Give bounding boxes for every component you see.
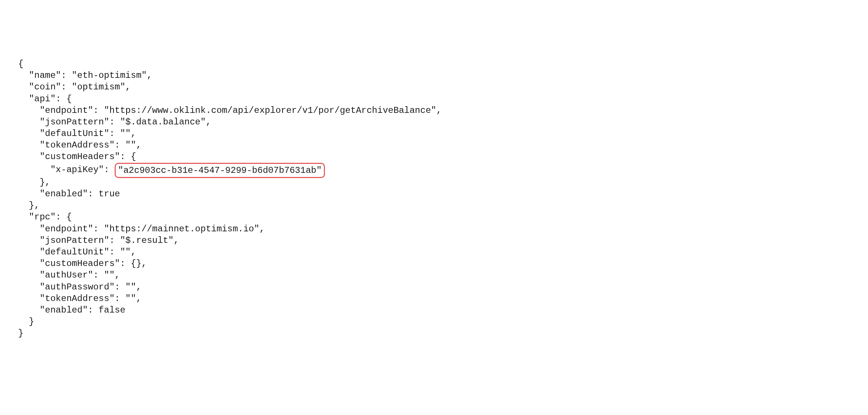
line-rpc-customheaders-suffix: ,	[141, 259, 147, 269]
line-api-jsonpattern-key: "jsonPattern":	[7, 117, 120, 127]
line-rpc-close: }	[7, 317, 34, 327]
line-rpc-tokenaddress-key: "tokenAddress":	[7, 294, 125, 304]
line-rpc-defaultunit-suffix: ,	[131, 247, 136, 257]
line-apikey-key: "x-apiKey":	[7, 165, 109, 175]
line-api-tokenaddress-val: ""	[125, 140, 136, 150]
line-rpc-customheaders-val: {}	[131, 259, 141, 269]
line-coin-suffix: ,	[125, 82, 131, 92]
line-rpc-authuser-val: ""	[104, 270, 115, 280]
line-api-jsonpattern-suffix: ,	[206, 117, 211, 127]
line-rpc-customheaders-key: "customHeaders":	[7, 259, 131, 269]
line-rpc-authpassword-key: "authPassword":	[7, 282, 125, 292]
line-api-open: "api": {	[7, 94, 72, 104]
line-api-defaultunit-key: "defaultUnit":	[7, 129, 120, 139]
line-rpc-enabled-val: false	[99, 305, 125, 315]
line-api-customheaders-open: "customHeaders": {	[7, 152, 136, 162]
line-brace-open: {	[18, 59, 23, 69]
line-rpc-enabled-key: "enabled":	[7, 305, 99, 315]
line-rpc-tokenaddress-val: ""	[125, 294, 136, 304]
json-code-block: { "name": "eth-optimism", "coin": "optim…	[0, 47, 868, 339]
line-rpc-authuser-key: "authUser":	[7, 270, 104, 280]
line-rpc-defaultunit-val: ""	[120, 247, 131, 257]
line-rpc-authpassword-val: ""	[125, 282, 136, 292]
line-api-endpoint-suffix: ,	[436, 105, 441, 115]
line-api-tokenaddress-key: "tokenAddress":	[7, 140, 125, 150]
line-rpc-jsonpattern-suffix: ,	[173, 235, 179, 245]
line-rpc-open: "rpc": {	[7, 212, 72, 222]
line-rpc-authpassword-suffix: ,	[136, 282, 141, 292]
line-name-val: "eth-optimism"	[72, 70, 147, 80]
line-rpc-endpoint-key: "endpoint":	[7, 224, 104, 234]
line-api-endpoint-key: "endpoint":	[7, 105, 104, 115]
line-api-enabled-key: "enabled":	[7, 189, 99, 199]
line-rpc-tokenaddress-suffix: ,	[136, 294, 141, 304]
line-rpc-jsonpattern-val: "$.result"	[120, 235, 173, 245]
line-coin-key: "coin":	[7, 82, 72, 92]
apikey-highlight-box: "a2c903cc-b31e-4547-9299-b6d07b7631ab"	[115, 163, 325, 178]
line-api-enabled-val: true	[99, 189, 120, 199]
line-api-endpoint-val: "https://www.oklink.com/api/explorer/v1/…	[104, 105, 436, 115]
line-rpc-endpoint-suffix: ,	[259, 224, 265, 234]
line-apikey-val: "a2c903cc-b31e-4547-9299-b6d07b7631ab"	[118, 165, 322, 175]
line-rpc-jsonpattern-key: "jsonPattern":	[7, 235, 120, 245]
line-name-key: "name":	[7, 70, 72, 80]
line-rpc-defaultunit-key: "defaultUnit":	[7, 247, 120, 257]
line-rpc-endpoint-val: "https://mainnet.optimism.io"	[104, 224, 259, 234]
line-rpc-authuser-suffix: ,	[115, 270, 120, 280]
line-api-jsonpattern-val: "$.data.balance"	[120, 117, 205, 127]
line-brace-close: }	[7, 328, 23, 338]
line-api-customheaders-close: },	[7, 177, 50, 187]
line-coin-val: "optimism"	[72, 82, 125, 92]
line-name-suffix: ,	[147, 70, 152, 80]
line-api-close: },	[7, 200, 39, 210]
line-api-tokenaddress-suffix: ,	[136, 140, 141, 150]
line-api-defaultunit-val: ""	[120, 129, 131, 139]
line-api-defaultunit-suffix: ,	[131, 129, 136, 139]
